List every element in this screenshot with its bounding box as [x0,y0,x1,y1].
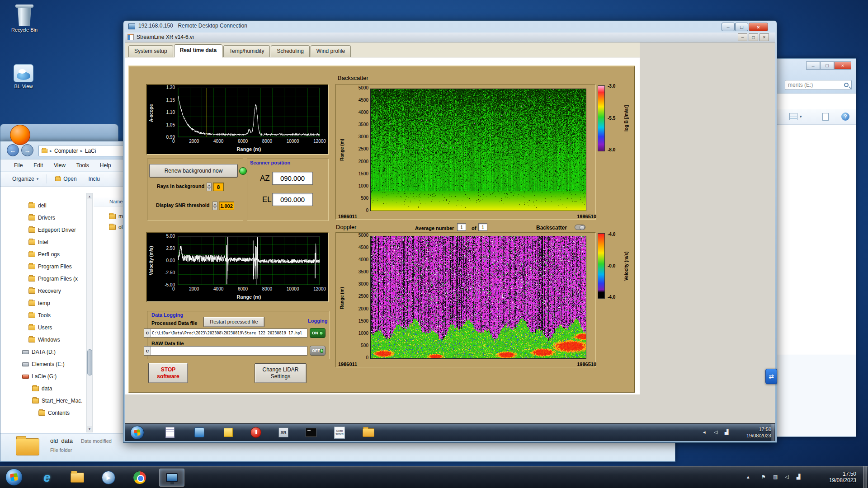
tree-item[interactable]: temp [4,297,86,309]
tree-item[interactable]: Program Files (x [4,272,86,285]
minimize-button[interactable]: – [806,61,820,70]
spin-down-icon[interactable]: ▼ [207,187,212,192]
volume-icon[interactable]: ◁ [785,474,788,480]
processed-logging-toggle[interactable]: ON [310,328,326,338]
spin-up-icon[interactable]: ▲ [207,183,212,187]
view-list-icon[interactable] [789,113,797,120]
taskbar-item-media-player[interactable]: ▶ [99,469,118,487]
average-total-field[interactable]: 1 [478,223,487,231]
remote-start-button[interactable] [130,426,144,440]
taskbar-item-xr[interactable]: XR [277,426,290,439]
help-icon[interactable]: ? [841,113,849,121]
tree-item[interactable]: Start_Here_Mac. [4,394,86,407]
tree-item[interactable]: Program Files [4,260,86,272]
firefox-logo-icon[interactable] [10,125,30,145]
tree-item[interactable]: LaCie (G:) [4,370,86,382]
restart-processed-file-button[interactable]: Restart processed file [203,317,264,327]
preview-pane-icon[interactable] [822,113,829,121]
flag-icon[interactable]: ⚑ [761,474,766,480]
spin-up-icon[interactable]: ▲ [212,202,217,206]
network-icon[interactable]: ▟ [725,429,728,435]
minimize-button[interactable]: – [738,33,747,41]
tree-item[interactable]: Drivers [4,211,86,224]
rays-value-field[interactable]: 8 [213,183,224,191]
back-button[interactable]: ← [7,144,19,156]
tab[interactable]: Real time data [174,44,222,57]
taskbar-item-remote-desktop[interactable] [159,469,184,487]
tab[interactable]: System setup [128,45,173,57]
close-button[interactable]: × [760,33,769,41]
taskbar-item-chrome[interactable] [131,469,149,487]
network-icon[interactable]: ▟ [797,474,800,480]
show-desktop-button[interactable] [863,466,867,488]
menu-item[interactable]: Tools [76,162,89,169]
taskbar-item-explorer[interactable] [68,469,86,487]
tab[interactable]: Temp/humidity [223,45,270,57]
ascope-cursor[interactable] [207,88,207,137]
renew-background-button[interactable]: Renew background now [149,164,238,178]
tab[interactable]: Wind profile [311,45,351,57]
volume-icon[interactable]: ◁ [714,429,717,435]
tree-item[interactable]: Tools [4,309,86,321]
tab[interactable]: Scheduling [271,45,309,57]
menu-item[interactable]: View [54,162,66,169]
backscatter-toggle[interactable] [575,225,585,230]
desktop-icon-recycle-bin[interactable]: Recycle Bin [7,5,42,33]
search-input[interactable]: ments (E:) [785,80,852,90]
az-value-field[interactable]: 090.000 [272,172,313,185]
breadcrumb-computer[interactable]: Computer [54,148,78,154]
taskbar-item-stop[interactable] [249,426,263,439]
include-button[interactable]: Inclu [85,174,104,184]
processed-file-path-field[interactable]: C C:\LiDar\Data\Proc\2023\202308\2023081… [144,328,307,338]
raw-logging-toggle[interactable]: OFF [310,346,326,356]
tree-item[interactable]: Edgeport Driver [4,224,86,236]
teamviewer-panel-icon[interactable]: ⇄ [765,369,777,384]
snr-value-field[interactable]: 1.002 [219,202,234,210]
taskbar-item-scan-scheduler[interactable]: Scan sched [333,426,346,439]
tree-item[interactable]: data [4,382,86,394]
scroll-down-arrow[interactable]: ▼ [87,426,92,432]
scroll-up-arrow[interactable]: ▲ [87,193,92,199]
rays-spinner[interactable]: ▲ ▼ [207,183,212,191]
breadcrumb-drive[interactable]: LaCi [85,148,96,154]
tray-expand-icon[interactable]: ◂ [703,429,706,435]
desktop-icon-bl-view[interactable]: BL-View [6,64,41,89]
close-button[interactable]: × [749,23,768,31]
organize-button[interactable]: Organize ▾ [9,174,42,184]
menu-item[interactable]: Help [100,162,111,169]
tree-item[interactable]: Elements (E:) [4,358,86,370]
maximize-button[interactable]: □ [820,61,834,70]
menu-item[interactable]: File [14,162,23,169]
remote-clock[interactable]: 17:50 19/08/2023 [736,426,771,439]
host-clock[interactable]: 17:50 19/08/2023 [813,471,856,483]
tray-expand-icon[interactable]: ▴ [747,474,750,480]
scrollbar-thumb[interactable] [87,349,92,375]
stop-software-button[interactable]: STOP software [148,363,188,383]
tree-item[interactable]: Contents [4,407,86,419]
el-value-field[interactable]: 090.000 [272,193,313,206]
taskbar-item-internet-explorer[interactable]: e [38,469,56,487]
start-button[interactable] [5,469,23,486]
open-button[interactable]: Open [52,174,80,184]
raw-file-path-field[interactable]: C [144,346,307,356]
chevron-down-icon[interactable]: ▾ [800,114,802,119]
menu-item[interactable]: Edit [33,162,43,169]
maximize-button[interactable]: □ [735,23,748,31]
change-lidar-settings-button[interactable]: Change LiDAR Settings [255,363,307,383]
restore-button[interactable]: □ [749,33,758,41]
show-desktop-button[interactable] [771,424,774,441]
taskbar-item-notes[interactable] [222,426,235,439]
tree-item[interactable]: Users [4,321,86,333]
tree-item[interactable]: dell [4,199,86,211]
tree-item[interactable]: Windows [4,333,86,346]
snr-spinner[interactable]: ▲ ▼ [212,202,217,210]
taskbar-item-terminal[interactable] [304,426,318,439]
taskbar-item-notepad[interactable] [163,426,177,439]
tree-item[interactable]: Recovery [4,285,86,297]
close-button[interactable]: × [834,61,851,70]
tree-item[interactable]: PerfLogs [4,248,86,260]
window-tray-icon[interactable]: ▥ [773,474,778,480]
average-number-field[interactable]: 1 [457,223,466,231]
tree-item[interactable]: Intel [4,236,86,248]
taskbar-item-folder[interactable] [362,426,375,439]
